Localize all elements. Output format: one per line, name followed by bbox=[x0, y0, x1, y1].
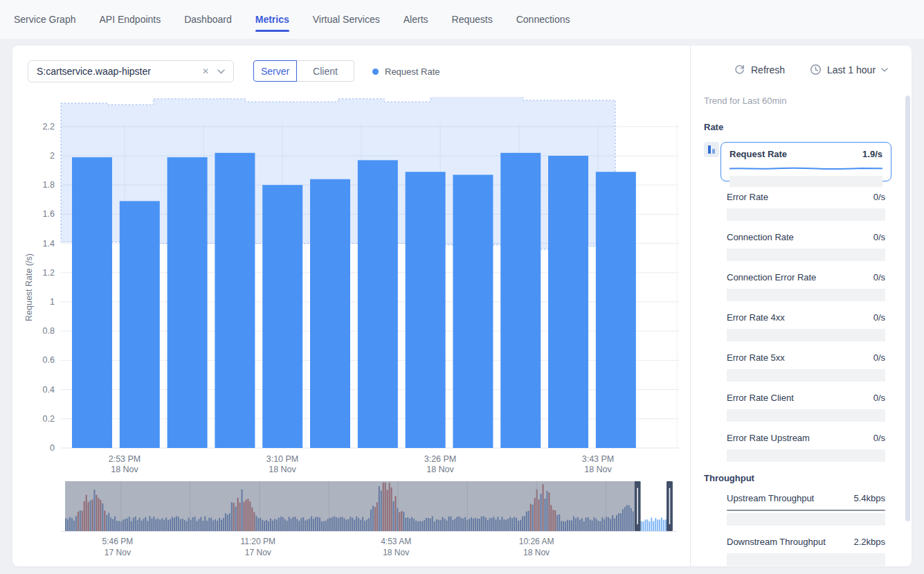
metric-sparkline-area bbox=[727, 513, 885, 526]
overview-x-label: 5:46 PM17 Nov bbox=[83, 537, 152, 558]
metric-sparkline-area bbox=[727, 369, 885, 382]
section-title-throughput: Throughput bbox=[704, 473, 905, 483]
request-rate-bar bbox=[72, 157, 112, 448]
time-range-label: Last 1 hour bbox=[827, 64, 876, 75]
metrics-panel: S:cartservice.waap-hipster ✕ Server Clie… bbox=[12, 46, 912, 566]
request-rate-sparkline bbox=[730, 165, 882, 172]
request-rate-bar bbox=[596, 172, 636, 448]
sidebar-scrollbar[interactable] bbox=[905, 96, 910, 521]
metric-row-header: Connection Error Rate0/s bbox=[727, 272, 885, 282]
server-toggle-button[interactable]: Server bbox=[253, 60, 297, 82]
metrics-sidebar: Trend for Last 60min RateRequest Rate1.9… bbox=[704, 96, 905, 566]
chevron-down-icon[interactable] bbox=[217, 69, 225, 74]
request-rate-bar bbox=[262, 185, 302, 448]
request-rate-bar bbox=[406, 172, 446, 448]
nav-item-api-endpoints[interactable]: API Endpoints bbox=[99, 0, 161, 39]
sidebar-divider bbox=[690, 46, 691, 566]
metric-label: Connection Rate bbox=[727, 232, 794, 242]
request-rate-bar bbox=[215, 153, 255, 448]
request-rate-bar bbox=[453, 174, 493, 448]
metric-sparkline-area bbox=[727, 249, 885, 261]
refresh-label: Refresh bbox=[751, 64, 785, 75]
clear-filter-icon[interactable]: ✕ bbox=[202, 66, 209, 76]
nav-item-label: Alerts bbox=[404, 14, 428, 25]
legend-dot-icon bbox=[372, 69, 379, 75]
metric-row-header: Error Rate0/s bbox=[727, 192, 885, 202]
nav-item-service-graph[interactable]: Service Graph bbox=[14, 0, 75, 39]
svg-text:1.6: 1.6 bbox=[43, 209, 55, 219]
metric-sparkline-area bbox=[730, 176, 882, 187]
overview-x-label: 4:53 AM18 Nov bbox=[361, 537, 431, 558]
nav-item-label: Service Graph bbox=[14, 14, 75, 25]
metric-row-error-rate-5xx[interactable]: Error Rate 5xx0/s bbox=[727, 352, 885, 382]
time-range-selector[interactable]: Last 1 hour bbox=[810, 64, 888, 75]
metric-sparkline-area bbox=[727, 449, 885, 462]
nav-item-connections[interactable]: Connections bbox=[516, 0, 570, 39]
chevron-down-icon bbox=[881, 68, 888, 72]
metric-row-header: Error Rate 5xx0/s bbox=[727, 352, 885, 363]
trend-title: Trend for Last 60min bbox=[704, 96, 905, 106]
nav-item-requests[interactable]: Requests bbox=[452, 0, 493, 39]
metric-label: Connection Error Rate bbox=[727, 272, 816, 282]
request-rate-bar bbox=[358, 160, 398, 448]
clock-icon bbox=[810, 64, 822, 75]
chart-legend: Request Rate bbox=[372, 66, 440, 77]
nav-item-label: Requests bbox=[452, 14, 493, 25]
request-rate-bar bbox=[120, 201, 160, 448]
overview-chart-svg bbox=[61, 481, 677, 532]
overview-x-label: 10:26 AM18 Nov bbox=[502, 537, 571, 558]
metric-row-error-rate-4xx[interactable]: Error Rate 4xx0/s bbox=[727, 312, 885, 341]
svg-text:2.2: 2.2 bbox=[43, 122, 55, 132]
metric-row-error-rate-upstream[interactable]: Error Rate Upstream0/s bbox=[727, 433, 885, 462]
metric-row-connection-rate[interactable]: Connection Rate0/s bbox=[727, 232, 885, 261]
metric-row-header: Error Rate Upstream0/s bbox=[727, 433, 885, 443]
metric-value: 0/s bbox=[873, 232, 885, 242]
metric-value: 0/s bbox=[873, 272, 885, 282]
metric-label: Upstream Throughput bbox=[727, 493, 814, 503]
svg-text:1.4: 1.4 bbox=[43, 239, 55, 249]
overview-unselected-overlay bbox=[65, 481, 635, 531]
metric-row-upstream-throughput[interactable]: Upstream Throughput5.4kbps bbox=[727, 493, 885, 526]
request-rate-bar bbox=[548, 156, 588, 448]
metric-value: 0/s bbox=[873, 312, 885, 323]
svg-text:3:43 PM18 Nov: 3:43 PM18 Nov bbox=[582, 454, 615, 474]
metric-sparkline-area bbox=[727, 409, 885, 422]
request-rate-bar bbox=[500, 153, 541, 448]
metric-value: 2.2kbps bbox=[853, 537, 885, 547]
metric-sparkline-area bbox=[727, 289, 885, 301]
nav-item-label: Connections bbox=[516, 14, 570, 25]
metric-label: Error Rate 5xx bbox=[727, 352, 785, 363]
nav-item-virtual-services[interactable]: Virtual Services bbox=[313, 0, 380, 39]
metric-value: 0/s bbox=[873, 433, 885, 443]
active-tab-underline bbox=[255, 30, 289, 32]
svg-text:2: 2 bbox=[50, 151, 55, 161]
time-range-overview-chart[interactable]: 5:46 PM17 Nov11:20 PM17 Nov4:53 AM18 Nov… bbox=[61, 481, 677, 562]
metric-row-downstream-throughput[interactable]: Downstream Throughput2.2kbps bbox=[727, 537, 885, 566]
svg-text:1: 1 bbox=[50, 297, 55, 307]
metric-value: 0/s bbox=[873, 393, 885, 403]
metric-card-request-rate[interactable]: Request Rate1.9/s bbox=[721, 142, 891, 181]
nav-item-alerts[interactable]: Alerts bbox=[404, 0, 428, 39]
svg-text:1.8: 1.8 bbox=[43, 180, 55, 190]
metric-row-header: Connection Rate0/s bbox=[727, 232, 885, 242]
client-toggle-button[interactable]: Client bbox=[296, 60, 354, 82]
metric-row-connection-error-rate[interactable]: Connection Error Rate0/s bbox=[727, 272, 885, 301]
svg-text:0.8: 0.8 bbox=[43, 326, 55, 336]
metric-row-error-rate-client[interactable]: Error Rate Client0/s bbox=[727, 393, 885, 422]
nav-item-metrics[interactable]: Metrics bbox=[255, 0, 289, 39]
metric-row-error-rate[interactable]: Error Rate0/s bbox=[727, 192, 885, 221]
refresh-icon bbox=[734, 64, 745, 75]
metric-row-header: Error Rate Client0/s bbox=[727, 393, 885, 403]
metric-label: Error Rate Upstream bbox=[727, 433, 810, 443]
request-rate-bar bbox=[167, 157, 208, 448]
bar-chart-icon[interactable] bbox=[704, 142, 719, 157]
metric-row-header: Error Rate 4xx0/s bbox=[727, 312, 885, 323]
svg-text:0: 0 bbox=[50, 443, 55, 453]
service-filter-select[interactable]: S:cartservice.waap-hipster ✕ bbox=[28, 60, 234, 82]
metric-sparkline-area bbox=[727, 553, 885, 566]
refresh-button[interactable]: Refresh bbox=[734, 64, 785, 75]
metric-value: 0/s bbox=[873, 352, 885, 363]
metric-selected-wrap: Request Rate1.9/s bbox=[704, 142, 905, 181]
nav-item-dashboard[interactable]: Dashboard bbox=[184, 0, 232, 39]
svg-text:0.6: 0.6 bbox=[43, 355, 55, 365]
